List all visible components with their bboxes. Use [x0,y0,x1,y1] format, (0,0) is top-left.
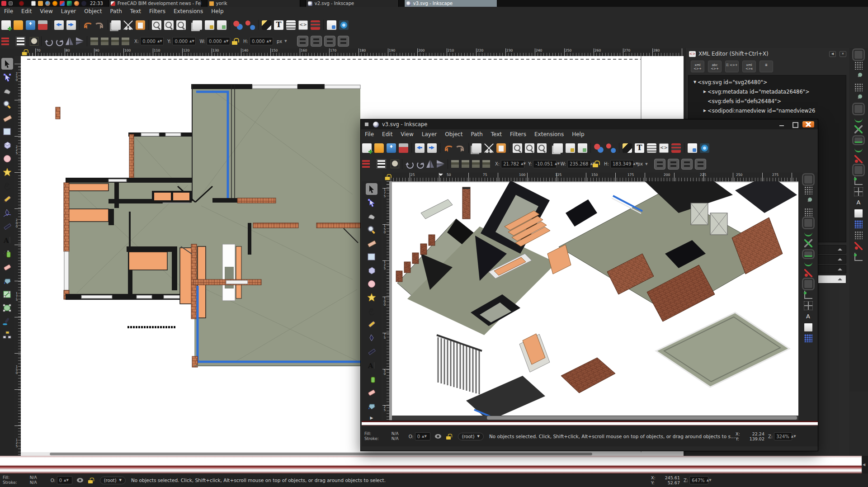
group-icon[interactable] [233,20,243,30]
pencil-tool[interactable] [366,319,377,331]
raise-to-top-icon[interactable] [90,38,98,45]
snap-bbox-icon[interactable] [804,186,812,194]
zoom-field[interactable]: 647%▲▼ [689,476,708,484]
pen-tool[interactable] [1,207,13,219]
menu-item[interactable]: Layer [418,130,441,138]
lock-ratio-icon[interactable] [593,161,599,167]
new-document-icon[interactable] [362,143,372,153]
zoom-drawing-icon[interactable] [152,20,161,30]
xml-toolbar-button[interactable]: abc <>+ [708,61,722,72]
select-touch-icon[interactable] [30,38,38,45]
selector-tool[interactable] [1,58,13,70]
zoom-selection-icon[interactable] [164,20,174,30]
snap-path-icon[interactable] [804,231,812,236]
tweak-tool[interactable] [1,85,13,97]
v3-canvas[interactable] [389,181,798,420]
xml-tree-node[interactable]: ▼<svg:svg id="svg26480"> [689,77,846,87]
snap-cusp-node-icon[interactable] [804,251,812,257]
ellipse-tool[interactable] [1,153,13,165]
import-icon[interactable] [54,20,64,30]
document-properties-icon[interactable] [327,20,336,30]
menu-item[interactable]: Layer [57,7,80,15]
xml-tree-node[interactable]: ▶<sodipodi:namedview id="namedview26 [689,106,846,115]
selection-stack-icon[interactable] [17,38,24,45]
lower-to-bottom-icon[interactable] [122,38,129,45]
snap-path-icon[interactable] [854,117,863,123]
unlink-clone-icon[interactable] [578,143,587,153]
snap-line-midpoint-icon[interactable] [854,155,863,163]
group-icon[interactable] [594,143,604,153]
main-horizontal-ruler[interactable]: 7080901001101201301401501601701801902002… [0,48,684,56]
xml-tree-node[interactable]: <svg:defs id="defs26484"> [689,96,846,106]
star-tool[interactable] [1,166,13,178]
w-field[interactable]: 0.000▲▼ [207,37,230,45]
open-document-icon[interactable] [374,143,384,153]
layer-lock-icon[interactable] [88,478,93,483]
toolbox-expand-arrow[interactable]: ▶ [370,416,373,420]
preferences-icon[interactable] [339,20,349,30]
rotate-ccw-icon[interactable] [45,38,52,45]
measure-tool[interactable] [1,112,13,124]
unlink-clone-icon[interactable] [217,20,226,30]
layers-icon[interactable] [647,143,656,153]
spray-tool[interactable] [366,373,377,385]
affect-move-icon[interactable] [654,159,665,170]
snap-rotation-center-icon[interactable] [854,188,863,196]
snap-path-intersection-icon[interactable] [854,125,863,133]
lower-icon[interactable] [472,160,480,168]
preferences-icon[interactable] [700,143,709,153]
menu-item[interactable]: Extensions [170,7,207,15]
layer-dropdown[interactable]: (root)▼ [100,477,126,484]
scrollbar-thumb[interactable] [50,453,592,455]
snap-text-baseline-icon[interactable]: A [804,312,812,321]
snap-bbox-corner-icon[interactable] [854,83,863,91]
v3-color-palette[interactable] [362,421,818,426]
import-icon[interactable] [415,143,425,153]
inkscape-app-icon[interactable] [67,1,72,6]
snap-others-icon[interactable] [854,166,863,174]
tweak-tool[interactable] [366,210,377,222]
selector-tool[interactable] [366,183,377,195]
snap-edge-icon[interactable] [854,253,863,261]
snap-others-icon[interactable] [804,280,812,288]
menu-item[interactable]: Filters [506,130,530,138]
zoom-page-icon[interactable] [537,143,547,153]
affect-scale-icon[interactable] [311,36,322,47]
pen-icon[interactable] [623,143,632,153]
xml-editor-icon[interactable]: <> [298,20,308,30]
snap-guide-icon[interactable] [854,231,863,239]
xml-editor-icon[interactable]: <> [659,143,669,153]
main-vertical-ruler[interactable]: 250225200175150125 [14,64,21,463]
zoom-tool[interactable] [366,224,377,236]
firefox-icon[interactable] [45,1,50,6]
v3-h-scrollbar[interactable] [392,416,798,420]
freecad-app-icon[interactable] [60,1,65,6]
zoom-page-icon[interactable] [176,20,186,30]
clone-icon[interactable] [205,20,214,30]
xml-toolbar-button[interactable]: ≣ [760,61,773,72]
x-spinner[interactable]: ▲▼ [157,40,162,43]
snap-bbox-edge-icon[interactable] [804,197,812,205]
paint-bucket-tool[interactable] [1,275,13,287]
h-field[interactable]: 0.000▲▼ [250,37,273,45]
zoom-tool[interactable] [1,99,13,110]
menu-item[interactable]: Edit [17,7,36,15]
maximize-button[interactable] [790,121,800,128]
menu-item[interactable]: Object [441,130,467,138]
menu-item[interactable]: Filters [145,7,170,15]
mesh-gradient-tool[interactable] [1,302,13,314]
ellipse-tool[interactable] [366,278,377,290]
menu-item[interactable]: Extensions [530,130,568,138]
taskbar-window-button[interactable]: yorik [207,0,300,7]
affect-corners-icon[interactable] [324,36,335,47]
snap-bbox-corner-icon[interactable] [804,208,812,216]
pen-icon[interactable] [262,20,271,30]
menu-item[interactable]: Help [568,130,588,138]
text-tool[interactable]: A [366,359,377,371]
redo-icon[interactable] [95,20,104,30]
export-icon[interactable] [66,20,76,30]
select-touch-icon[interactable] [391,160,399,168]
select-all-icon[interactable] [1,38,9,45]
export-icon[interactable] [427,143,437,153]
snap-text-baseline-icon[interactable]: A [854,199,863,207]
